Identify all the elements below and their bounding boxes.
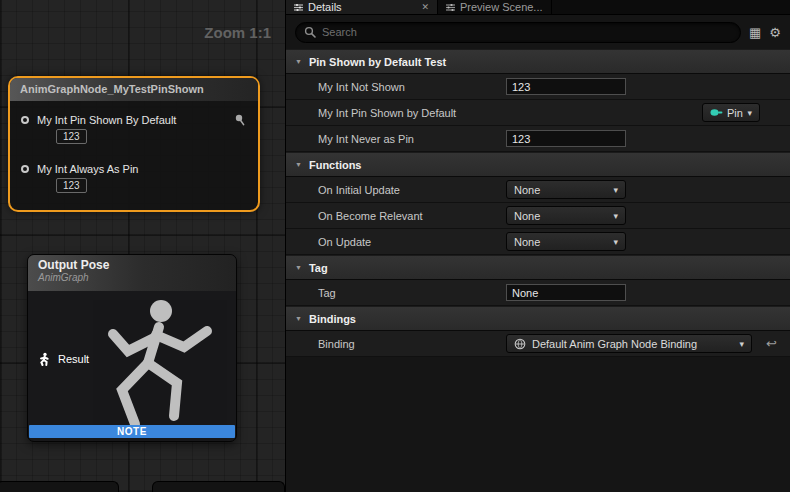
pin-visibility-dropdown[interactable]: Pin ▾: [702, 103, 760, 122]
reset-to-default-icon[interactable]: ↩: [766, 337, 777, 350]
details-toolbar: ▦ ⚙: [286, 15, 790, 49]
property-row: My Int Not Shown: [286, 74, 790, 100]
property-row: On Initial Update None ▾: [286, 177, 790, 203]
search-icon: [304, 26, 316, 38]
node-title: Output Pose: [38, 258, 236, 272]
property-label: My Int Pin Shown by Default: [286, 107, 506, 119]
node-title[interactable]: AnimGraphNode_MyTestPinShown: [10, 78, 258, 101]
chevron-down-icon: ▼: [295, 58, 302, 65]
partial-node-top[interactable]: [152, 481, 285, 492]
pin-my-int-always-as-pin[interactable]: My Int Always As Pin: [21, 163, 138, 175]
pin-circle-icon[interactable]: [21, 116, 29, 124]
pushpin-icon: [234, 114, 245, 126]
result-pin-label: Result: [58, 353, 89, 365]
pin-icon: [710, 108, 723, 117]
chevron-down-icon: ▼: [295, 161, 302, 168]
details-panel: Details ✕ Preview Scene...: [285, 0, 790, 492]
gear-icon[interactable]: ⚙: [769, 26, 781, 39]
property-value: [506, 130, 790, 147]
on-update-dropdown[interactable]: None ▾: [506, 232, 626, 251]
property-value: [506, 284, 790, 301]
chevron-down-icon: ▾: [613, 185, 618, 195]
pose-figure-icon: [38, 352, 51, 366]
property-row: Tag: [286, 280, 790, 306]
property-label: My Int Never as Pin: [286, 133, 506, 145]
chevron-down-icon: ▾: [613, 237, 618, 247]
preview-scene-tab-icon: [446, 3, 455, 12]
property-value: None ▾: [506, 232, 790, 251]
note-bar[interactable]: NOTE: [29, 425, 235, 438]
tab-details[interactable]: Details ✕: [286, 0, 438, 14]
partial-node-top[interactable]: [0, 481, 119, 492]
binding-icon: [514, 338, 526, 350]
pin-label: My Int Pin Shown By Default: [37, 114, 176, 126]
pin-value-field[interactable]: 123: [56, 178, 87, 193]
property-value: Pin ▾: [506, 103, 790, 122]
property-label: My Int Not Shown: [286, 81, 506, 93]
property-row: My Int Pin Shown by Default Pin ▾: [286, 100, 790, 126]
chevron-down-icon: ▾: [739, 339, 744, 349]
pin-label: My Int Always As Pin: [37, 163, 138, 175]
details-tab-icon: [294, 3, 303, 12]
animgraph-canvas[interactable]: Zoom 1:1 AnimGraphNode_MyTestPinShown My…: [0, 0, 285, 492]
property-row: My Int Never as Pin: [286, 126, 790, 152]
section-functions[interactable]: ▼ Functions: [286, 152, 790, 177]
pin-value-field[interactable]: 123: [56, 129, 87, 144]
chevron-down-icon: ▾: [613, 211, 618, 221]
property-label: Tag: [286, 287, 506, 299]
property-label: On Become Relevant: [286, 210, 506, 222]
search-input[interactable]: [322, 26, 732, 38]
property-label: On Update: [286, 236, 506, 248]
mannequin-illustration: [56, 291, 236, 441]
display-options-icon[interactable]: ▦: [749, 26, 761, 39]
chevron-down-icon: ▼: [295, 315, 302, 322]
node-header[interactable]: Output Pose AnimGraph: [28, 255, 236, 291]
binding-dropdown[interactable]: Default Anim Graph Node Binding ▾: [506, 334, 752, 353]
on-initial-update-dropdown[interactable]: None ▾: [506, 180, 626, 199]
pin-my-int-pin-shown-by-default[interactable]: My Int Pin Shown By Default: [21, 114, 176, 126]
tab-bar: Details ✕ Preview Scene...: [286, 0, 790, 15]
property-value: [506, 78, 790, 95]
section-tag[interactable]: ▼ Tag: [286, 255, 790, 280]
property-row: On Update None ▾: [286, 229, 790, 255]
my-int-not-shown-field[interactable]: [506, 78, 626, 95]
property-row: Binding Default Anim Graph Node Binding …: [286, 331, 790, 357]
node-body: Result NOTE: [28, 291, 236, 441]
section-pin-shown-by-default-test[interactable]: ▼ Pin Shown by Default Test: [286, 49, 790, 74]
property-value: None ▾: [506, 180, 790, 199]
property-label: On Initial Update: [286, 184, 506, 196]
property-value: None ▾: [506, 206, 790, 225]
close-icon[interactable]: ✕: [407, 2, 429, 12]
node-output-pose[interactable]: Output Pose AnimGraph: [27, 254, 237, 442]
section-bindings[interactable]: ▼ Bindings: [286, 306, 790, 331]
tab-label: Preview Scene...: [460, 1, 543, 13]
my-int-never-as-pin-field[interactable]: [506, 130, 626, 147]
on-become-relevant-dropdown[interactable]: None ▾: [506, 206, 626, 225]
tab-label: Details: [308, 1, 342, 13]
pin-circle-icon[interactable]: [21, 165, 29, 173]
tag-field[interactable]: [506, 284, 626, 301]
property-label: Binding: [286, 338, 506, 350]
chevron-down-icon: ▾: [747, 108, 752, 118]
search-box[interactable]: [295, 22, 741, 43]
zoom-level-label: Zoom 1:1: [204, 24, 271, 41]
node-subtitle: AnimGraph: [38, 272, 236, 283]
result-pin[interactable]: Result: [38, 352, 89, 366]
node-animgraphnode-mytestpinshown[interactable]: AnimGraphNode_MyTestPinShown My Int Pin …: [8, 76, 260, 212]
property-value: Default Anim Graph Node Binding ▾ ↩: [506, 334, 790, 353]
tab-preview-scene[interactable]: Preview Scene...: [438, 0, 552, 14]
property-row: On Become Relevant None ▾: [286, 203, 790, 229]
chevron-down-icon: ▼: [295, 264, 302, 271]
